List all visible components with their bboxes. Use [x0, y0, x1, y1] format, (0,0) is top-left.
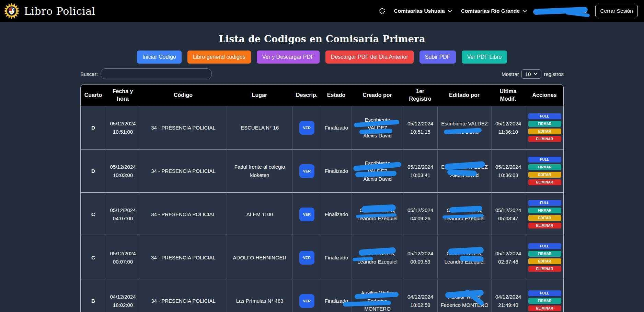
col-fecha: Fecha y hora	[106, 85, 140, 106]
table-header: Cuarto Fecha y hora Código Lugar Descrip…	[81, 85, 564, 106]
user-name-label: Sargento Rodríguez	[536, 8, 586, 14]
nav-comisarias-ushuaia[interactable]: Comisarías Ushuaia	[394, 8, 452, 14]
cell-editado-por: Escribiente VALDEZAlexis David	[438, 149, 491, 192]
police-crest-logo	[3, 3, 20, 19]
cell-creado-por: Escribiente VALDEZAlexis David	[352, 106, 403, 149]
firmar-button[interactable]: FIRMAR	[528, 251, 561, 257]
records-label: registros	[544, 71, 564, 77]
table-row: B 04/12/202418:02:00 34 - PRESENCIA POLI…	[81, 279, 564, 312]
ver-pdf-libro-button[interactable]: Ver PDF Libro	[462, 51, 507, 64]
full-button[interactable]: FULL	[528, 200, 561, 206]
cell-acciones: FULL FIRMAR EDITAR ELIMINAR	[525, 149, 564, 192]
nav-comisarias-ushuaia-label: Comisarías Ushuaia	[394, 8, 445, 14]
descargar-pdf-ayer-button[interactable]: Descargar PDF del Día Anterior	[325, 51, 414, 64]
page-size-value: 10	[525, 71, 531, 77]
full-button[interactable]: FULL	[528, 290, 561, 296]
cell-ultima-modif: 05/12/202410:36:03	[492, 149, 525, 192]
cell-editado-por: Escribiente VALDEZAlexis David	[438, 106, 491, 149]
app-title: Libro Policial	[24, 5, 95, 17]
cell-cuarto: C	[81, 193, 106, 236]
cell-1er-registro: 04/12/202418:02:59	[403, 279, 437, 312]
ver-button[interactable]: VER	[299, 164, 314, 178]
cell-fecha-hora: 05/12/202404:07:00	[106, 193, 140, 236]
col-editado: Editado por	[437, 85, 491, 106]
cell-codigo: 34 - PRESENCIA POLICIAL	[140, 193, 227, 236]
cell-fecha-hora: 05/12/202410:03:00	[106, 149, 140, 192]
loading-spinner-icon	[379, 8, 385, 14]
col-codigo: Código	[140, 85, 227, 106]
editar-button[interactable]: EDITAR	[528, 215, 561, 221]
page-title: Lista de Codigos en Comisaría Primera	[0, 34, 644, 44]
eliminar-button[interactable]: ELIMINAR	[528, 136, 561, 142]
firmar-button[interactable]: FIRMAR	[528, 208, 561, 213]
editar-button[interactable]: EDITAR	[528, 258, 561, 264]
cell-acciones: FULL FIRMAR EDITAR ELIMINAR	[525, 106, 564, 149]
full-button[interactable]: FULL	[528, 243, 561, 249]
cell-editado-por: Auxiliar WalterFederico MONTERO	[438, 279, 491, 312]
libro-general-button[interactable]: Libro general codigos	[187, 51, 251, 64]
cell-codigo: 34 - PRESENCIA POLICIAL	[140, 236, 227, 279]
firmar-button[interactable]: FIRMAR	[528, 121, 561, 127]
table-row: D 05/12/202410:51:00 34 - PRESENCIA POLI…	[81, 106, 564, 149]
nav-comisarias-riogrande[interactable]: Comisarías Rio Grande	[461, 8, 527, 14]
ver-button[interactable]: VER	[299, 208, 314, 221]
col-acciones: Acciones	[525, 85, 564, 106]
table-row: C 05/12/202404:07:00 34 - PRESENCIA POLI…	[81, 192, 564, 236]
cell-estado: Finalizado	[321, 193, 352, 236]
eliminar-button[interactable]: ELIMINAR	[528, 305, 561, 311]
cell-lugar: Fadul frente al colegio kloketen	[227, 149, 292, 192]
navbar: Libro Policial Comisarías Ushuaia Comisa…	[0, 0, 644, 22]
ver-descargar-pdf-button[interactable]: Ver y Descargar PDF	[257, 51, 320, 64]
cell-ultima-modif: 05/12/202402:37:46	[492, 236, 525, 279]
cell-estado: Finalizado	[321, 236, 352, 279]
cell-fecha-hora: 05/12/202400:07:00	[106, 236, 140, 279]
search-label: Buscar:	[80, 71, 98, 77]
cell-fecha-hora: 05/12/202410:51:00	[106, 106, 140, 149]
subir-pdf-button[interactable]: Subir PDF	[419, 51, 456, 64]
chevron-down-icon	[448, 10, 452, 13]
table-controls: Buscar: Mostrar 10 registros	[80, 68, 564, 79]
col-lugar: Lugar	[227, 85, 292, 106]
cell-ultima-modif: 04/12/202421:49:40	[492, 279, 525, 312]
page-size-select[interactable]: 10	[521, 69, 542, 79]
logout-button[interactable]: Cerrar Sesión	[595, 5, 638, 17]
col-modif: Ultima Modif.	[491, 85, 525, 106]
cell-cuarto: C	[81, 236, 106, 279]
eliminar-button[interactable]: ELIMINAR	[528, 266, 561, 272]
cell-lugar: ESCUELA N° 16	[227, 106, 292, 149]
show-label: Mostrar	[502, 71, 519, 77]
col-registro: 1er Registro	[403, 85, 437, 106]
firmar-button[interactable]: FIRMAR	[528, 164, 561, 170]
table-row: C 05/12/202400:07:00 34 - PRESENCIA POLI…	[81, 236, 564, 279]
codes-table: Cuarto Fecha y hora Código Lugar Descrip…	[80, 84, 564, 312]
cell-cuarto: B	[81, 279, 106, 312]
toolbar: Iniciar Codigo Libro general codigos Ver…	[0, 51, 644, 64]
editar-button[interactable]: EDITAR	[528, 172, 561, 178]
chevron-down-icon	[533, 73, 538, 75]
cell-estado: Finalizado	[321, 149, 352, 192]
cell-1er-registro: 05/12/202410:51:15	[403, 106, 437, 149]
search-input[interactable]	[101, 68, 212, 79]
cell-cuarto: D	[81, 149, 106, 192]
cell-estado: Finalizado	[321, 279, 352, 312]
col-descrip: Descrip.	[292, 85, 321, 106]
cell-codigo: 34 - PRESENCIA POLICIAL	[140, 279, 227, 312]
ver-button[interactable]: VER	[299, 121, 314, 135]
cell-creado-por: Cabo FLORES,Leandro Ezequiel	[352, 236, 403, 279]
nav-comisarias-riogrande-label: Comisarías Rio Grande	[461, 8, 520, 14]
firmar-button[interactable]: FIRMAR	[528, 298, 561, 304]
main-content: Lista de Codigos en Comisaría Primera In…	[0, 34, 644, 312]
full-button[interactable]: FULL	[528, 113, 561, 119]
eliminar-button[interactable]: ELIMINAR	[528, 223, 561, 229]
eliminar-button[interactable]: ELIMINAR	[528, 179, 561, 185]
cell-1er-registro: 05/12/202410:03:41	[403, 149, 437, 192]
chevron-down-icon	[522, 10, 527, 13]
iniciar-codigo-button[interactable]: Iniciar Codigo	[137, 51, 182, 64]
editar-button[interactable]: EDITAR	[528, 129, 561, 134]
ver-button[interactable]: VER	[299, 294, 314, 308]
cell-lugar: Las Prímulas N° 483	[227, 279, 292, 312]
cell-cuarto: D	[81, 106, 106, 149]
cell-acciones: FULL FIRMAR ELIMINAR	[525, 279, 564, 312]
full-button[interactable]: FULL	[528, 157, 561, 163]
ver-button[interactable]: VER	[299, 251, 314, 265]
